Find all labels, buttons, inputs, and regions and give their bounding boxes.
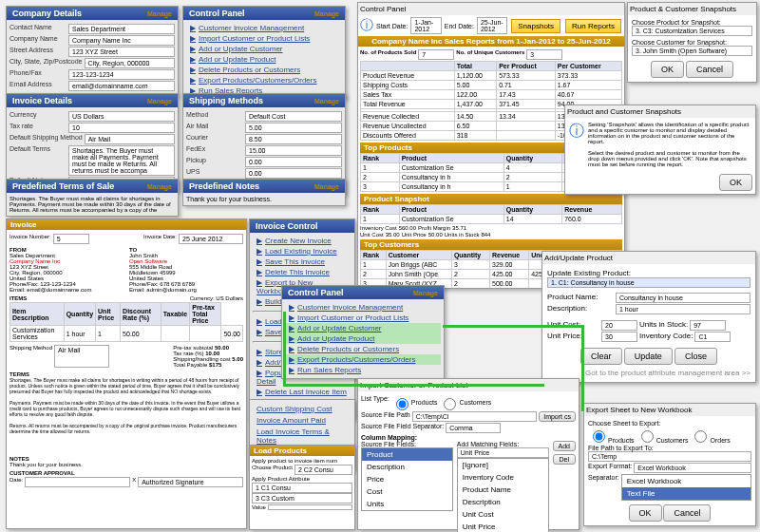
snapshot-header: Product Snapshot — [364, 195, 429, 203]
ic-field[interactable]: C1 — [694, 332, 731, 342]
update-button[interactable]: Update — [624, 348, 673, 365]
window-title: Product and Customer Snapshots — [565, 105, 755, 118]
apply-text: Apply product to invoice item num — [252, 458, 352, 464]
customers-radio[interactable]: Customers — [439, 395, 491, 410]
menu-item[interactable]: Add or Update Product — [285, 333, 441, 344]
up-field[interactable]: 30 — [601, 332, 637, 342]
export-customers-radio[interactable]: Customers — [636, 428, 689, 444]
snapshots-button[interactable]: Snapshots — [511, 19, 560, 33]
terms-text: Shortages. The Buyer must make all claim… — [7, 193, 178, 216]
fmt-opt-selected[interactable]: Text File — [622, 487, 750, 500]
prod-select[interactable]: 3. C3: Customization Services — [632, 26, 752, 36]
name-field[interactable]: Consultancy in house — [616, 293, 750, 303]
info-icon: ⓘ — [360, 17, 373, 34]
approval-date[interactable] — [25, 477, 130, 487]
link[interactable]: Custom Shipping Cost — [253, 404, 336, 414]
panel-title: Load Products — [254, 446, 307, 455]
choose-label: Choose Product — [252, 465, 293, 475]
menu-item[interactable]: Add or Update Customer — [186, 44, 342, 54]
invoice-num[interactable]: 5 — [53, 234, 89, 244]
menu-item[interactable]: Import Customer or Product Lists — [285, 313, 441, 323]
approval-header: CUSTOMER APPROVAL — [10, 470, 75, 476]
del-button[interactable]: Del — [553, 454, 576, 465]
cancel-button[interactable]: Cancel — [663, 504, 711, 522]
window-title: Product & Customer Snapshots — [628, 3, 756, 15]
ok-button[interactable]: OK — [651, 61, 684, 78]
manage-link[interactable]: Manage — [314, 183, 339, 190]
invoice-terms: Shortages. The Buyer must make all claim… — [10, 377, 243, 453]
menu-item[interactable]: Export Products/Customers/Orders — [186, 75, 342, 86]
export-products-radio[interactable]: Products — [588, 428, 635, 444]
products-radio[interactable]: Products — [391, 395, 438, 410]
invoice-date[interactable]: 25 June 2012 — [179, 234, 243, 244]
add-button[interactable]: Add — [553, 441, 576, 451]
menu-item[interactable]: Delete Last Invoice Item — [253, 387, 352, 397]
choose-label: Choose Sheet to Export: — [588, 420, 751, 427]
up-value: 50.00 — [428, 232, 443, 238]
menu-item[interactable]: Delete Products or Customers — [285, 344, 441, 354]
invoice-header: Invoice — [10, 220, 37, 229]
panel-title: Predefined Notes — [189, 181, 259, 191]
export-path[interactable]: C:\Temp — [588, 451, 751, 462]
type-label: List Type: — [361, 395, 390, 410]
invoice-date-label: Invoice Date: — [143, 234, 177, 244]
manage-link[interactable]: Manage — [314, 10, 339, 17]
menu-item[interactable]: Run Sales Reports — [285, 365, 441, 375]
cust-select[interactable]: 3. John Smith (Open Software) — [632, 46, 752, 56]
close-button[interactable]: Close — [674, 348, 717, 365]
uis-field[interactable]: 97 — [690, 320, 726, 331]
panel-title: Control Panel — [288, 288, 344, 297]
src-list[interactable]: ProductDescriptionPriceCostUnits — [361, 447, 453, 511]
menu-item[interactable]: Create New Invoice — [253, 236, 352, 246]
path-field[interactable]: C:\Temp\Cl — [412, 411, 537, 422]
browse-button[interactable]: Import cs — [539, 411, 576, 422]
ship-method[interactable]: Air Mail — [54, 345, 109, 368]
existing-select[interactable]: 1. C1: Consultancy in house — [547, 277, 750, 288]
ok-button[interactable]: OK — [629, 504, 662, 522]
manage-link[interactable]: Manage — [314, 98, 339, 104]
company-fields: Contact NameSales DepartmentCompany Name… — [7, 20, 178, 95]
run-reports-button[interactable]: Run Reports — [565, 19, 621, 33]
add-select[interactable]: Unit Price — [457, 447, 549, 458]
fmt-dropdown[interactable]: Excel Workbook Text File — [621, 474, 751, 501]
sep-select[interactable]: Comma — [446, 423, 501, 433]
end-date[interactable]: 25-Jun-2012 — [477, 17, 507, 34]
menu-item[interactable]: Export Products/Customers/Orders — [285, 354, 441, 365]
menu-item[interactable]: Import Customer or Product Lists — [186, 33, 342, 44]
menu-item[interactable]: Add or Update Customer — [285, 323, 441, 333]
product-select[interactable]: 2 C2 Consu — [294, 465, 352, 475]
add-options[interactable]: [Ignore]Inventory CodeProduct NameDescri… — [457, 458, 549, 532]
start-date[interactable]: 1-Jan-2012 — [410, 17, 441, 34]
manage-link[interactable]: Manage — [147, 10, 172, 17]
cancel-button[interactable]: Cancel — [686, 61, 733, 78]
menu-item[interactable]: Customer Invoice Management — [186, 23, 342, 33]
uc-field[interactable]: 20 — [601, 320, 637, 331]
value-field[interactable] — [268, 504, 352, 510]
attr-row[interactable]: 3 C3 Custom — [252, 493, 352, 504]
date-label: Date: — [10, 477, 23, 487]
manage-link[interactable]: Manage — [413, 290, 438, 296]
menu-item[interactable]: Customer Invoice Management — [285, 302, 441, 313]
ok-button[interactable]: OK — [719, 174, 752, 191]
link[interactable]: Load Invoice Terms & Notes — [253, 427, 352, 446]
menu-item[interactable]: Load Existing Invoice — [253, 246, 352, 256]
fmt-opt[interactable]: Excel Workbook — [622, 475, 750, 487]
sep-label: Source File Field Separator: — [361, 423, 444, 433]
manage-link[interactable]: Manage — [147, 183, 172, 190]
menu-item[interactable]: Add or Update Product — [186, 54, 342, 65]
apply-attr-label: Apply Product Attribute — [252, 476, 310, 482]
menu-item[interactable]: Save This Invoice — [253, 256, 352, 267]
menu-item[interactable]: Delete Products or Customers — [186, 65, 342, 75]
fmt-select[interactable]: Excel Workbook — [634, 463, 751, 473]
desc-field[interactable]: 1 hour — [616, 304, 750, 314]
link[interactable]: Invoice Amount Paid — [253, 415, 330, 426]
export-orders-radio[interactable]: Orders — [690, 428, 730, 444]
nav-link[interactable]: Got to the product attribute management … — [547, 369, 750, 377]
menu-item[interactable]: Delete This Invoice — [253, 267, 352, 277]
attr-row[interactable]: 1 C1 Consu — [252, 483, 352, 493]
margin-value: 35.71 — [452, 225, 466, 231]
manage-link[interactable]: Manage — [147, 98, 172, 104]
signature-field[interactable]: Authorized Signature — [138, 477, 243, 487]
clear-button[interactable]: Clear — [580, 348, 622, 365]
panel-title: Shipping Methods — [189, 96, 263, 105]
